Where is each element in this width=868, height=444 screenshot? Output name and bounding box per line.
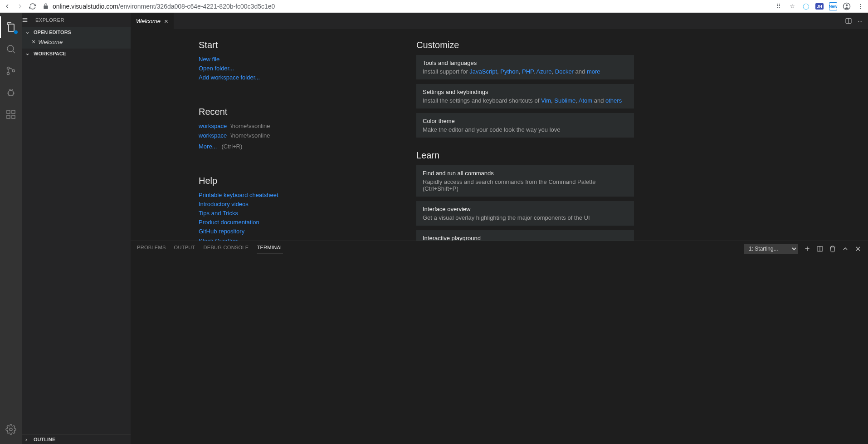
activity-settings[interactable] xyxy=(0,419,22,440)
chevron-down-icon: ⌄ xyxy=(25,29,32,35)
help-link[interactable]: Tips and Tricks xyxy=(199,210,238,217)
activity-search[interactable] xyxy=(0,38,22,60)
card-title: Settings and keybindings xyxy=(423,89,628,95)
activity-debug[interactable] xyxy=(0,82,22,104)
outline-label: OUTLINE xyxy=(34,437,55,442)
svg-rect-7 xyxy=(7,110,10,113)
extension-badge-icon[interactable]: JH xyxy=(815,3,824,10)
lock-icon xyxy=(43,3,49,10)
recent-item-path: \home\vsonline xyxy=(230,132,270,139)
terminal-select[interactable]: 1: Starting... xyxy=(744,244,798,254)
url-bar[interactable]: online.visualstudio.com/environment/326d… xyxy=(43,3,768,10)
panel-tab-debug[interactable]: DEBUG CONSOLE xyxy=(204,245,249,253)
card-subtitle: Install support for JavaScript, Python, … xyxy=(423,68,628,75)
activity-explorer[interactable] xyxy=(0,16,22,38)
open-editors-label: OPEN EDITORS xyxy=(34,30,71,35)
add-workspace-link[interactable]: Add workspace folder... xyxy=(199,74,260,81)
sidebar-title: EXPLORER xyxy=(28,13,72,27)
card-title: Interface overview xyxy=(423,206,628,212)
sidebar: EXPLORER ⌄ OPEN EDITORS × Welcome ⌄ WORK… xyxy=(22,13,131,444)
new-terminal-icon[interactable] xyxy=(804,245,811,252)
extension-circle-icon[interactable]: ◯ xyxy=(802,2,810,10)
help-link[interactable]: Stack Overflow xyxy=(199,237,238,241)
help-link[interactable]: GitHub repository xyxy=(199,228,244,235)
svg-point-5 xyxy=(13,70,15,72)
translate-icon[interactable]: ⠿ xyxy=(775,2,783,10)
more-actions-icon[interactable]: ··· xyxy=(858,18,863,25)
svg-rect-9 xyxy=(12,115,15,118)
customize-heading: Customize xyxy=(416,40,868,50)
close-icon[interactable]: × xyxy=(164,17,168,25)
tab-label: Welcome xyxy=(136,18,161,25)
card-title: Find and run all commands xyxy=(423,170,628,177)
svg-point-1 xyxy=(846,4,848,6)
svg-point-3 xyxy=(7,67,10,69)
open-folder-link[interactable]: Open folder... xyxy=(199,65,234,72)
start-heading: Start xyxy=(199,40,416,50)
recent-item-link[interactable]: workspace xyxy=(199,132,227,139)
activity-source-control[interactable] xyxy=(0,60,22,82)
customize-settings-card[interactable]: Settings and keybindings Install the set… xyxy=(416,84,634,109)
help-heading: Help xyxy=(199,176,416,186)
open-editor-item[interactable]: × Welcome xyxy=(22,37,131,47)
workspace-label: WORKSPACE xyxy=(34,51,66,56)
recent-more-hint: (Ctrl+R) xyxy=(221,143,242,150)
panel-tab-terminal[interactable]: TERMINAL xyxy=(257,245,283,253)
svg-rect-8 xyxy=(7,115,10,118)
browser-toolbar: online.visualstudio.com/environment/326d… xyxy=(0,0,868,13)
learn-commands-card[interactable]: Find and run all commands Rapidly access… xyxy=(416,165,634,197)
activity-bar xyxy=(0,13,22,444)
url-path: /environment/326da008-c64e-4221-820b-fc0… xyxy=(118,3,275,10)
maximize-panel-icon[interactable] xyxy=(842,245,849,252)
split-editor-icon[interactable] xyxy=(845,17,852,25)
help-link[interactable]: Printable keyboard cheatsheet xyxy=(199,192,278,198)
card-title: Interactive playground xyxy=(423,235,628,241)
learn-playground-card[interactable]: Interactive playground Try essential edi… xyxy=(416,230,634,241)
star-icon[interactable]: ☆ xyxy=(788,2,796,10)
panel-tab-problems[interactable]: PROBLEMS xyxy=(137,245,166,253)
panel-tab-output[interactable]: OUTPUT xyxy=(174,245,195,253)
welcome-page: Start New file Open folder... Add worksp… xyxy=(131,29,868,241)
back-icon[interactable] xyxy=(4,3,11,10)
hamburger-icon[interactable] xyxy=(22,14,28,26)
svg-point-2 xyxy=(7,45,14,52)
tab-bar: Welcome × ··· xyxy=(131,13,868,29)
recent-more-link[interactable]: More... xyxy=(199,143,217,150)
customize-tools-card[interactable]: Tools and languages Install support for … xyxy=(416,55,634,79)
svg-rect-10 xyxy=(12,110,15,113)
learn-heading: Learn xyxy=(416,150,868,161)
card-title: Tools and languages xyxy=(423,59,628,66)
customize-theme-card[interactable]: Color theme Make the editor and your cod… xyxy=(416,113,634,138)
recent-heading: Recent xyxy=(199,107,416,117)
workspace-header[interactable]: ⌄ WORKSPACE xyxy=(22,49,131,58)
profile-icon[interactable] xyxy=(843,2,851,10)
learn-overview-card[interactable]: Interface overview Get a visual overlay … xyxy=(416,201,634,226)
recent-item-link[interactable]: workspace xyxy=(199,123,227,129)
url-host: online.visualstudio.com xyxy=(53,3,118,10)
extension-new-icon[interactable]: New xyxy=(829,2,837,10)
menu-dots-icon[interactable]: ⋮ xyxy=(856,2,864,10)
help-link[interactable]: Product documentation xyxy=(199,219,259,226)
chevron-down-icon: ⌄ xyxy=(25,50,32,56)
svg-point-4 xyxy=(7,73,10,75)
help-link[interactable]: Introductory videos xyxy=(199,201,249,207)
card-subtitle: Rapidly access and search commands from … xyxy=(423,178,628,192)
bottom-panel: PROBLEMS OUTPUT DEBUG CONSOLE TERMINAL 1… xyxy=(131,241,868,444)
open-editors-header[interactable]: ⌄ OPEN EDITORS xyxy=(22,27,131,37)
close-icon[interactable]: × xyxy=(32,38,35,45)
outline-header[interactable]: › OUTLINE xyxy=(22,435,131,444)
reload-icon[interactable] xyxy=(29,3,36,10)
card-subtitle: Install the settings and keyboard shortc… xyxy=(423,97,628,104)
card-title: Color theme xyxy=(423,118,628,124)
sync-badge-icon xyxy=(14,30,18,35)
close-panel-icon[interactable] xyxy=(854,245,862,252)
split-terminal-icon[interactable] xyxy=(816,245,824,252)
kill-terminal-icon[interactable] xyxy=(829,245,836,252)
new-file-link[interactable]: New file xyxy=(199,56,219,63)
tab-welcome[interactable]: Welcome × xyxy=(131,13,174,29)
forward-icon[interactable] xyxy=(16,3,24,10)
chevron-right-icon: › xyxy=(25,437,32,442)
activity-extensions[interactable] xyxy=(0,104,22,125)
card-subtitle: Make the editor and your code look the w… xyxy=(423,126,628,133)
svg-point-11 xyxy=(10,428,12,431)
